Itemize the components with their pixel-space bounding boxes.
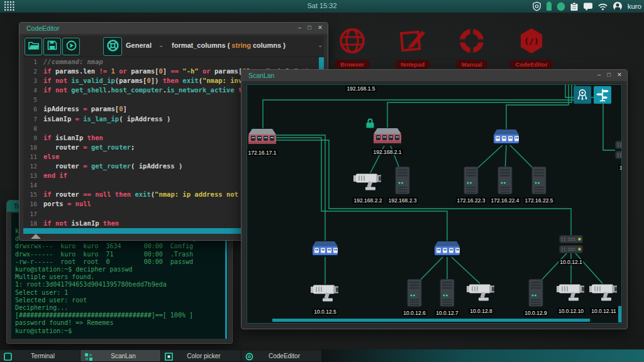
chevron-down-icon[interactable]: ⌄ xyxy=(318,41,323,48)
device-ip-label: 172.16.17.1 xyxy=(247,150,278,156)
desktop-icon-browser[interactable]: Browser xyxy=(326,26,379,69)
desktop-icon-label: Browser xyxy=(335,60,370,69)
colorpicker-mini-icon xyxy=(165,352,173,360)
bot-map-button[interactable] xyxy=(574,86,591,104)
pc-device-172.16.22.5[interactable] xyxy=(531,167,547,197)
terminal-line: -rw-r----- root root 0 00:00 passwd xyxy=(15,258,197,266)
pc-device-172.16.22.4[interactable] xyxy=(497,167,513,197)
top-bar: Sat 15:32 kuro xyxy=(0,0,644,13)
desktop-icon-label: CodeEditor xyxy=(509,60,553,69)
shield-icon[interactable] xyxy=(532,1,541,11)
codeeditor-window-controls: –□✕ xyxy=(298,24,323,31)
scanlan-titlebar[interactable]: ScanLan –□✕ xyxy=(242,70,627,81)
taskbar-item-terminal[interactable]: Terminal xyxy=(0,350,80,361)
avatar-icon[interactable] xyxy=(613,1,623,11)
signpost-map-button[interactable] xyxy=(594,86,611,104)
camera-device-192.168.2.2[interactable] xyxy=(353,170,382,194)
code-line: 1//command: nmap xyxy=(23,57,324,67)
device-ip-label: 172.16.22.4 xyxy=(490,197,521,204)
map-vertical-scrollbar[interactable] xyxy=(618,306,621,322)
minimize-button[interactable]: – xyxy=(298,24,301,31)
minimize-button[interactable]: – xyxy=(597,71,601,78)
scanlan-window[interactable]: ScanLan –□✕ 172.16.17.1192.168.2.1192.16… xyxy=(241,69,628,329)
globe-icon xyxy=(338,26,367,55)
pc-device-10.0.12.9[interactable] xyxy=(528,279,543,309)
camera-device-10.0.12.8[interactable] xyxy=(467,281,496,305)
server-device-172[interactable] xyxy=(615,141,622,162)
terminal-line: Deciphering... xyxy=(15,304,197,312)
terminal-scrollbar[interactable] xyxy=(225,226,227,339)
notepad-icon xyxy=(398,26,427,55)
taskbar-item-label: CodeEditor xyxy=(253,353,315,359)
camera-device-10.0.12.5[interactable] xyxy=(311,282,340,305)
save-icon xyxy=(47,40,57,53)
pc-device-172.16.22.3[interactable] xyxy=(464,167,479,197)
scanlan-title: ScanLan xyxy=(248,72,274,79)
switch-device[interactable] xyxy=(313,241,338,260)
wifi-icon[interactable] xyxy=(597,2,608,11)
terminal-line: Select user: 1 xyxy=(15,289,197,297)
codeeditor-toolbar: General ⌄ format_columns ( string column… xyxy=(23,36,324,57)
pc-device-192.168.2.3[interactable] xyxy=(395,167,410,197)
gateway-ip-label: 192.168.1.5 xyxy=(346,85,377,92)
device-ip-label: 10.0.12.8 xyxy=(469,308,493,314)
desktop-icon-label: Notepad xyxy=(395,60,430,69)
clipboard-icon[interactable] xyxy=(570,2,579,11)
server-device-10.0.12.1[interactable] xyxy=(559,235,583,256)
lock-icon xyxy=(366,118,374,131)
map-horizontal-scrollbar[interactable] xyxy=(272,319,590,322)
router-device-172.16.17.1[interactable] xyxy=(248,128,276,150)
taskbar-item-color-picker[interactable]: Color picker xyxy=(161,350,241,361)
lifebuoy-big-icon xyxy=(457,26,486,55)
camera-device-10.0.12.10[interactable] xyxy=(557,281,586,305)
desktop-icon-codeeditor[interactable]: (/)CodeEditor xyxy=(505,26,558,69)
close-button[interactable]: ✕ xyxy=(617,71,622,78)
terminal-line: drwxrwx--- kuro kuro 3634 00:00 Config xyxy=(15,243,197,250)
desktop-icon-manual[interactable]: Manual xyxy=(445,26,498,69)
switch-device[interactable] xyxy=(494,129,519,148)
pc-device-10.0.12.6[interactable] xyxy=(407,279,422,309)
maximize-button[interactable]: □ xyxy=(607,71,611,78)
open-file-button[interactable] xyxy=(25,38,42,55)
router-device-192.168.2.1[interactable] xyxy=(374,128,401,149)
device-ip-label: 192.168.2.3 xyxy=(387,197,418,204)
taskbar-item-label: Terminal xyxy=(12,353,74,359)
scroll-up-arrow[interactable] xyxy=(31,234,41,239)
close-button[interactable]: ✕ xyxy=(318,24,323,31)
svg-text:(/): (/) xyxy=(524,36,538,46)
category-dropdown[interactable]: General xyxy=(126,41,152,49)
device-ip-label: 192.168.2.1 xyxy=(372,149,403,155)
device-ip-label: 10.0.12.6 xyxy=(402,310,426,316)
device-ip-label: 172 xyxy=(618,165,622,171)
taskbar-item-codeeditor[interactable]: CodeEditor xyxy=(242,350,321,361)
scanlan-mini-icon xyxy=(84,352,92,360)
network-map[interactable]: 172.16.17.1192.168.2.1192.168.2.2192.168… xyxy=(247,84,622,324)
chat-icon[interactable] xyxy=(583,1,593,11)
switch-device[interactable] xyxy=(435,241,460,260)
device-ip-label: 10.0.12.11 xyxy=(590,308,618,314)
battery-icon[interactable] xyxy=(546,1,552,11)
function-signature-dropdown[interactable]: format_columns ( string columns ) xyxy=(172,41,286,49)
device-ip-label: 172.16.22.5 xyxy=(524,197,555,204)
pc-device-10.0.12.7[interactable] xyxy=(440,279,455,309)
desktop-icon-label: Manual xyxy=(456,60,488,69)
maximize-button[interactable]: □ xyxy=(308,24,311,31)
codeeditor-titlebar[interactable]: CodeEditor –□✕ xyxy=(19,23,328,34)
terminal-line: kuro@station:~$ xyxy=(15,327,197,335)
chevron-down-icon[interactable]: ⌄ xyxy=(158,41,164,48)
device-ip-label: 10.0.12.1 xyxy=(558,259,583,265)
camera-device-10.0.12.11[interactable] xyxy=(589,281,618,305)
desktop: BrowserNotepadManual(/)CodeEditor Termin… xyxy=(0,0,644,362)
open-folder-icon xyxy=(28,41,39,53)
save-button[interactable] xyxy=(43,38,61,55)
terminal-line: password found! => Rememes xyxy=(15,319,197,327)
device-ip-label: 10.0.12.7 xyxy=(435,310,459,316)
taskbar-item-scanlan[interactable]: ScanLan xyxy=(80,350,160,361)
device-ip-label: 172.16.22.3 xyxy=(456,197,487,204)
desktop-icon-notepad[interactable]: Notepad xyxy=(386,26,439,69)
run-button[interactable] xyxy=(62,38,80,55)
taskbar-item-label: Color picker xyxy=(173,353,235,359)
status-blob-icon[interactable] xyxy=(557,2,565,11)
terminal-line: 1: root:3d041794653d9041395780bedd7b9eda xyxy=(15,281,197,288)
terminal-line: drwx------ kuro kuro 71 00:00 .Trash xyxy=(15,251,197,258)
